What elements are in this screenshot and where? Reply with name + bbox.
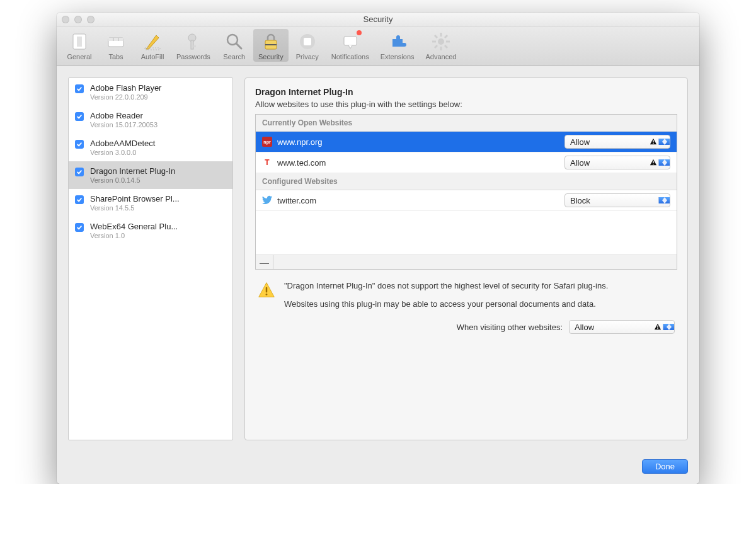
permission-select[interactable]: Block [564, 193, 670, 207]
website-domain: twitter.com [277, 196, 559, 205]
permission-value: Allow [565, 158, 648, 168]
toolbar-label: AutoFill [141, 53, 164, 60]
warning-icon [648, 138, 658, 146]
toolbar-general[interactable]: General [62, 29, 97, 62]
svg-point-27 [653, 143, 654, 144]
plugin-version: Version 3.0.0.0 [90, 149, 226, 156]
svg-rect-3 [108, 38, 123, 41]
plugin-name: SharePoint Browser Pl... [90, 194, 226, 203]
website-domain: www.ted.com [277, 158, 559, 168]
websites-table-footer: — [256, 255, 677, 269]
plugin-subtitle: Allow websites to use this plug-in with … [255, 100, 677, 109]
notification-badge-icon [357, 30, 362, 35]
svg-rect-15 [304, 38, 311, 45]
plugin-enabled-checkbox[interactable] [75, 223, 84, 232]
section-configured-websites: Configured Websites [256, 173, 677, 190]
plugin-title: Dragon Internet Plug-In [255, 87, 677, 97]
permission-select[interactable]: Allow [564, 156, 670, 169]
select-stepper-icon [658, 197, 670, 203]
favicon-icon: T [262, 157, 272, 168]
security-warning-block: "Dragon Internet Plug-In" does not suppo… [255, 270, 677, 312]
plugin-name: WebEx64 General Plu... [90, 222, 226, 231]
warning-icon [648, 159, 658, 166]
toolbar-label: Passwords [176, 53, 210, 60]
plugin-item[interactable]: AdobeAAMDetectVersion 3.0.0.0 [69, 134, 232, 161]
notifications-icon [340, 31, 360, 52]
warning-line-1: "Dragon Internet Plug-In" does not suppo… [284, 281, 675, 290]
titlebar[interactable]: Security [57, 13, 699, 26]
warning-triangle-icon [258, 281, 275, 299]
plugin-name: AdobeAAMDetect [90, 139, 226, 148]
svg-rect-8 [191, 40, 193, 49]
plugin-sidebar[interactable]: Adobe Flash PlayerVersion 22.0.0.209Adob… [68, 77, 233, 440]
website-row[interactable]: nprwww.npr.orgAllow [256, 132, 677, 152]
plugin-enabled-checkbox[interactable] [75, 168, 84, 176]
plugin-name: Adobe Flash Player [90, 83, 226, 93]
passwords-icon [183, 31, 203, 52]
plugin-item[interactable]: Adobe Flash PlayerVersion 22.0.0.209 [69, 78, 232, 106]
toolbar-label: General [67, 53, 91, 60]
website-row[interactable]: Twww.ted.comAllow [256, 152, 677, 173]
toolbar-label: Notifications [331, 53, 369, 60]
toolbar-label: Security [258, 53, 284, 60]
svg-point-17 [438, 38, 444, 45]
plugin-enabled-checkbox[interactable] [75, 112, 84, 121]
search-icon [224, 31, 244, 52]
toolbar-notifications[interactable]: Notifications [326, 29, 374, 62]
svg-rect-26 [653, 140, 653, 142]
window-title: Security [57, 14, 699, 24]
warning-line-2: Websites using this plug-in may be able … [284, 299, 675, 309]
plugin-item[interactable]: SharePoint Browser Pl...Version 14.5.5 [69, 189, 232, 217]
toolbar-security[interactable]: Security [253, 29, 289, 62]
svg-line-11 [236, 43, 241, 49]
permission-select[interactable]: Allow [564, 135, 670, 149]
permission-select[interactable]: Allow [569, 320, 675, 334]
svg-line-22 [435, 35, 437, 38]
websites-table: Currently Open Websites nprwww.npr.orgAl… [255, 114, 677, 270]
toolbar-autofill[interactable]: AutoFill [135, 29, 170, 62]
plugin-item[interactable]: Dragon Internet Plug-InVersion 0.0.14.5 [69, 161, 232, 189]
websites-table-empty [256, 211, 677, 255]
toolbar-label: Privacy [296, 53, 319, 60]
preferences-window: Security GeneralTabsAutoFillPasswordsSea… [57, 13, 699, 484]
plugin-enabled-checkbox[interactable] [75, 140, 84, 149]
permission-value: Block [565, 196, 658, 205]
svg-rect-9 [193, 45, 196, 47]
toolbar-tabs[interactable]: Tabs [98, 29, 134, 62]
select-stepper-icon [658, 159, 670, 166]
plugin-item[interactable]: Adobe ReaderVersion 15.017.20053 [69, 106, 232, 134]
svg-line-24 [435, 45, 437, 48]
toolbar-label: Tabs [108, 53, 123, 60]
website-domain: www.npr.org [277, 137, 559, 147]
svg-rect-13 [265, 44, 277, 45]
toolbar-advanced[interactable]: Advanced [421, 29, 462, 62]
advanced-icon [431, 31, 451, 52]
security-icon [261, 31, 281, 52]
svg-point-31 [266, 294, 268, 295]
favicon-icon: npr [262, 137, 272, 147]
plugin-item[interactable]: WebEx64 General Plu...Version 1.0 [69, 217, 232, 244]
content-area: Adobe Flash PlayerVersion 22.0.0.209Adob… [57, 66, 699, 452]
extensions-icon [387, 31, 408, 52]
plugin-enabled-checkbox[interactable] [75, 195, 84, 204]
tabs-icon [106, 31, 126, 52]
toolbar-label: Search [223, 53, 245, 60]
plugin-main-panel: Dragon Internet Plug-In Allow websites t… [244, 77, 688, 440]
toolbar-passwords[interactable]: Passwords [171, 29, 215, 62]
autofill-icon [142, 31, 163, 52]
select-stepper-icon [663, 324, 674, 330]
svg-point-29 [653, 164, 654, 165]
plugin-version: Version 1.0 [90, 232, 226, 239]
toolbar-privacy[interactable]: Privacy [290, 29, 325, 62]
svg-line-23 [445, 45, 447, 48]
footer-bar: Done [57, 452, 699, 484]
svg-point-33 [657, 328, 658, 329]
plugin-enabled-checkbox[interactable] [75, 84, 84, 93]
remove-website-button[interactable]: — [256, 255, 273, 269]
warning-icon [653, 323, 663, 331]
toolbar-search[interactable]: Search [217, 29, 252, 62]
plugin-version: Version 0.0.14.5 [90, 176, 226, 184]
done-button[interactable]: Done [642, 459, 688, 474]
toolbar-extensions[interactable]: Extensions [375, 29, 420, 62]
website-row[interactable]: twitter.comBlock [256, 190, 677, 211]
